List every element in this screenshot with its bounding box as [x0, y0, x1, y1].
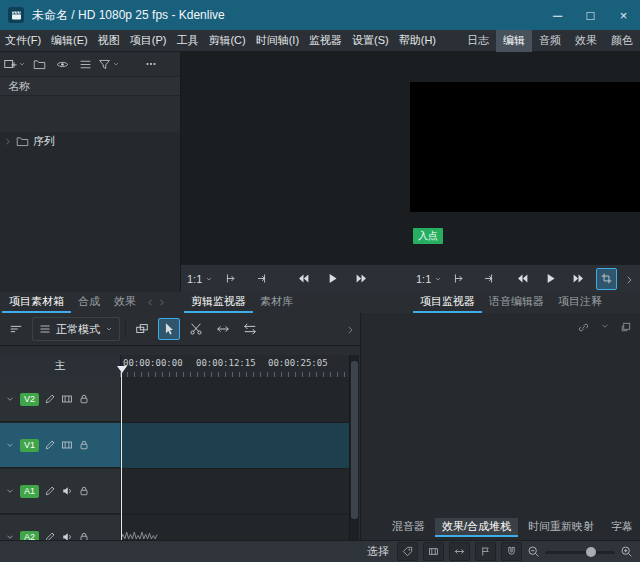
- track-badge[interactable]: V2: [20, 393, 39, 406]
- playhead-marker[interactable]: [117, 366, 127, 373]
- collapse-chevron-icon[interactable]: [5, 486, 15, 496]
- list-view-button[interactable]: [75, 54, 95, 74]
- speaker-icon[interactable]: [61, 531, 73, 540]
- tab-subtitles[interactable]: 字幕: [604, 518, 640, 537]
- workspace-color[interactable]: 颜色: [604, 30, 640, 52]
- collapse-chevron-icon[interactable]: [5, 440, 15, 450]
- workspace-editing[interactable]: 编辑: [496, 30, 532, 52]
- tab-time-remap[interactable]: 时间重新映射: [521, 518, 601, 537]
- rewind-button[interactable]: [512, 268, 533, 290]
- lock-icon[interactable]: [78, 531, 90, 540]
- minimize-icon[interactable]: ─: [541, 0, 574, 30]
- trim-mode-button[interactable]: [596, 268, 617, 290]
- timeline-ruler[interactable]: 主 00:00:00:00 00:00:12:15 00:00:25:05: [0, 355, 349, 378]
- chevron-down-icon[interactable]: [600, 321, 610, 331]
- playhead-line[interactable]: [121, 366, 122, 540]
- menu-project[interactable]: 项目(P): [125, 30, 172, 51]
- link-icon[interactable]: [577, 321, 590, 334]
- zoom-out-button[interactable]: [527, 545, 540, 559]
- forward-button[interactable]: [568, 268, 589, 290]
- forward-button[interactable]: [350, 268, 372, 290]
- tab-library[interactable]: 素材库: [253, 292, 300, 313]
- edit-track-icon[interactable]: [44, 485, 56, 497]
- track-lane-a1[interactable]: [120, 469, 349, 515]
- mark-in-button[interactable]: [220, 268, 242, 290]
- tab-mixer[interactable]: 混音器: [385, 518, 432, 537]
- track-badge[interactable]: V1: [20, 439, 39, 452]
- razor-tool-button[interactable]: [185, 318, 207, 340]
- add-clip-button[interactable]: [3, 54, 26, 74]
- track-header-a2[interactable]: A2: [0, 515, 120, 540]
- bin-name-column-header[interactable]: 名称: [0, 76, 180, 96]
- bin-overflow-button[interactable]: [141, 54, 161, 74]
- play-button[interactable]: [321, 268, 343, 290]
- play-button[interactable]: [540, 268, 561, 290]
- workspace-effects[interactable]: 效果: [568, 30, 604, 52]
- mark-in-button[interactable]: [449, 268, 470, 290]
- clip-monitor-zoom-select[interactable]: 1:1: [187, 273, 213, 285]
- view-mode-button[interactable]: [52, 54, 72, 74]
- workspace-logging[interactable]: 日志: [460, 30, 496, 52]
- menu-help[interactable]: 帮助(H): [394, 30, 441, 51]
- tab-compositions[interactable]: 合成: [71, 292, 107, 313]
- open-folder-button[interactable]: [29, 54, 49, 74]
- tab-project-notes[interactable]: 项目注释: [551, 292, 609, 313]
- lock-icon[interactable]: [78, 439, 90, 451]
- scroll-left-icon[interactable]: [146, 298, 155, 307]
- edit-track-icon[interactable]: [44, 393, 56, 405]
- track-header-a1[interactable]: A1: [0, 469, 120, 514]
- menu-edit[interactable]: 编辑(E): [46, 30, 93, 51]
- workspace-audio[interactable]: 音频: [532, 30, 568, 52]
- scrollbar-thumb[interactable]: [351, 361, 358, 519]
- tab-effect-stack[interactable]: 效果/合成堆栈: [435, 518, 518, 537]
- edit-track-icon[interactable]: [44, 439, 56, 451]
- edit-mode-select[interactable]: 正常模式: [32, 317, 120, 341]
- master-track-label[interactable]: 主: [0, 355, 121, 377]
- video-thumbnails-icon[interactable]: [61, 439, 73, 451]
- show-markers-button[interactable]: [475, 542, 496, 561]
- bin-item-sequence[interactable]: 序列: [0, 132, 180, 151]
- track-lane-v2[interactable]: [120, 377, 349, 423]
- maximize-icon[interactable]: □: [574, 0, 607, 30]
- slider-thumb[interactable]: [586, 547, 596, 557]
- menu-file[interactable]: 文件(F): [0, 30, 46, 51]
- mark-out-button[interactable]: [477, 268, 498, 290]
- timeline-menu-button[interactable]: [5, 318, 27, 340]
- timeline-vertical-scrollbar[interactable]: [349, 355, 359, 540]
- toolbar-overflow-button[interactable]: [345, 323, 355, 335]
- mark-out-button[interactable]: [249, 268, 271, 290]
- rewind-button[interactable]: [292, 268, 314, 290]
- spacer-tool-button[interactable]: [212, 318, 234, 340]
- scroll-right-icon[interactable]: [157, 298, 166, 307]
- menu-tools[interactable]: 工具: [171, 30, 203, 51]
- menu-clip[interactable]: 剪辑(C): [203, 30, 250, 51]
- track-header-v1[interactable]: V1: [0, 423, 120, 468]
- speaker-icon[interactable]: [61, 485, 73, 497]
- zoom-in-button[interactable]: [620, 545, 633, 559]
- filter-button[interactable]: [98, 54, 120, 74]
- lock-icon[interactable]: [78, 485, 90, 497]
- mix-tool-button[interactable]: [131, 318, 153, 340]
- track-header-v2[interactable]: V2: [0, 377, 120, 422]
- snap-button[interactable]: [501, 542, 522, 561]
- tab-project-monitor[interactable]: 项目监视器: [413, 292, 482, 313]
- collapse-chevron-icon[interactable]: [5, 394, 15, 404]
- project-monitor-zoom-select[interactable]: 1:1: [416, 273, 442, 285]
- video-thumbnails-icon[interactable]: [61, 393, 73, 405]
- tag-button[interactable]: [397, 542, 418, 561]
- collapse-chevron-icon[interactable]: [5, 532, 15, 540]
- slip-tool-button[interactable]: [239, 318, 261, 340]
- track-badge[interactable]: A2: [20, 531, 39, 541]
- scroll-follow-button[interactable]: [449, 542, 470, 561]
- timeline-zoom-slider[interactable]: [545, 545, 615, 559]
- menu-timeline[interactable]: 时间轴(I): [251, 30, 304, 51]
- menu-view[interactable]: 视图: [93, 30, 125, 51]
- tab-clip-monitor[interactable]: 剪辑监视器: [184, 292, 253, 313]
- track-lane-v1[interactable]: [120, 423, 349, 469]
- menu-monitor[interactable]: 监视器: [304, 30, 347, 51]
- tab-project-bin[interactable]: 项目素材箱: [2, 292, 71, 313]
- lock-icon[interactable]: [78, 393, 90, 405]
- monitor-toolbar-overflow[interactable]: [624, 272, 634, 284]
- tab-speech-editor[interactable]: 语音编辑器: [482, 292, 551, 313]
- edit-track-icon[interactable]: [44, 531, 56, 540]
